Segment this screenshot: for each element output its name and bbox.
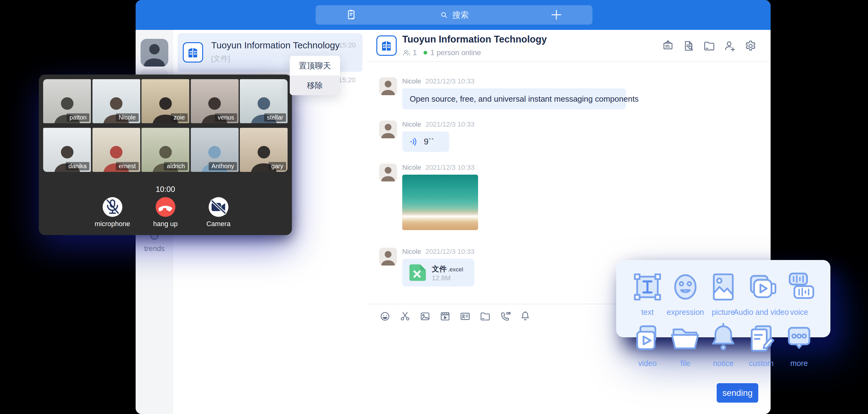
picture-icon — [704, 268, 742, 306]
panel-item-custom[interactable]: custom — [742, 319, 780, 368]
my-avatar[interactable] — [141, 39, 168, 67]
folder-icon[interactable] — [479, 311, 491, 322]
building-icon — [186, 45, 200, 59]
sender-avatar[interactable] — [379, 77, 397, 95]
video-icon — [628, 319, 666, 357]
panel-item-label: notice — [713, 359, 734, 368]
folder-icon[interactable] — [703, 39, 716, 52]
conversation-time: 15:20 — [338, 76, 355, 84]
bell-icon[interactable] — [519, 311, 531, 322]
doc-search-icon[interactable] — [682, 39, 695, 52]
voice-bubble[interactable]: 9`` — [402, 131, 449, 152]
gear-icon[interactable] — [744, 39, 757, 52]
file-ext: .excel — [448, 266, 463, 273]
more-icon — [780, 319, 818, 357]
send-button[interactable]: sending — [717, 383, 758, 403]
scissors-icon[interactable] — [399, 311, 411, 322]
text-bubble[interactable]: Open source, free, and universal instant… — [402, 88, 626, 109]
participant-name: ernest — [116, 162, 139, 170]
hang-up-button[interactable] — [156, 197, 176, 217]
call-timer: 10:00 — [39, 185, 292, 194]
file-name: 文件 — [432, 264, 447, 273]
hangup-icon — [156, 197, 176, 217]
panel-item-notice[interactable]: notice — [704, 319, 742, 368]
panel-item-text[interactable]: text — [628, 268, 666, 317]
participant-name: aldrich — [164, 162, 188, 170]
chat-title: Tuoyun Information Technology — [402, 34, 547, 45]
sender-name: Nicole — [402, 248, 421, 256]
message-time: 2021/12/3 10:33 — [425, 77, 474, 85]
microphone-button[interactable] — [103, 197, 122, 217]
video-tile: danika — [43, 128, 91, 172]
image-attachment[interactable] — [402, 174, 478, 230]
chat-subtitle: 1 1 person online — [402, 49, 481, 57]
emoji-icon[interactable] — [379, 311, 391, 322]
file-attachment[interactable]: 文件.excel 12.8M — [402, 259, 474, 286]
sender-avatar[interactable] — [379, 248, 397, 265]
online-status: 1 person online — [430, 49, 481, 57]
panel-item-label: voice — [790, 308, 808, 317]
Camera-button[interactable] — [209, 197, 228, 217]
chat-header: Tuoyun Information Technology 1 1 person… — [367, 30, 771, 62]
file-icon — [666, 319, 704, 357]
message-time: 2021/12/3 10:33 — [425, 121, 474, 128]
expression-icon — [666, 268, 704, 306]
member-count: 1 — [413, 49, 417, 57]
context-menu: 置顶聊天移除 — [290, 56, 340, 95]
search-icon — [439, 10, 449, 20]
sender-avatar[interactable] — [379, 121, 397, 138]
group-avatar[interactable] — [376, 35, 397, 56]
panel-item-label: text — [641, 308, 653, 317]
call-control-label: microphone — [95, 220, 130, 228]
video-tile: ernest — [92, 128, 140, 172]
conversation-last-message: [文件] — [211, 54, 230, 63]
participant-name: Anthony — [209, 162, 237, 170]
contact-card-icon[interactable] — [459, 311, 471, 322]
trends-label: trends — [135, 244, 173, 253]
participant-grid: pattonNicolezoievenusstellardanikaernest… — [43, 79, 287, 172]
video-tile: Nicole — [92, 79, 140, 123]
panel-item-expression[interactable]: expression — [666, 268, 704, 317]
image-icon[interactable] — [419, 311, 431, 322]
panel-item-file[interactable]: file — [666, 319, 704, 368]
voice-icon — [780, 268, 818, 306]
participant-name: zoie — [171, 114, 188, 122]
sender-avatar[interactable] — [379, 164, 397, 182]
panel-item-voice[interactable]: voice — [780, 268, 818, 317]
building-icon — [379, 38, 394, 53]
panel-item-audio-and-video[interactable]: Audio and video — [742, 268, 780, 317]
video-clapper-icon[interactable] — [439, 311, 451, 322]
board-icon[interactable] — [661, 39, 675, 52]
sender-name: Nicole — [402, 77, 421, 85]
top-bar: 搜索 — [135, 0, 771, 30]
call-control-label: hang up — [153, 220, 178, 228]
video-tile: aldrich — [142, 128, 189, 172]
conversation-title: Tuoyun Information Technology — [211, 40, 340, 51]
call-control: microphone — [94, 197, 131, 228]
context-menu-item[interactable]: 移除 — [290, 75, 340, 95]
person-add-icon[interactable] — [723, 39, 736, 52]
video-tile: zoie — [142, 79, 189, 123]
search-placeholder: 搜索 — [452, 9, 469, 21]
call-control: Camera — [200, 197, 237, 228]
participant-name: Nicole — [116, 114, 139, 122]
video-tile: venus — [191, 79, 239, 123]
participant-name: gary — [269, 162, 286, 170]
notice-icon — [704, 319, 742, 357]
file-size: 12.8M — [432, 274, 451, 282]
excel-file-icon — [408, 263, 428, 283]
panel-item-label: video — [638, 359, 657, 368]
add-icon[interactable] — [549, 8, 563, 22]
panel-item-video[interactable]: video — [628, 319, 666, 368]
call-control: hang up — [147, 197, 184, 228]
context-menu-item[interactable]: 置顶聊天 — [290, 56, 340, 75]
participant-name: venus — [215, 114, 237, 122]
sender-name: Nicole — [402, 121, 421, 128]
panel-item-label: file — [681, 359, 690, 368]
panel-item-more[interactable]: more — [780, 319, 818, 368]
video-tile: stellar — [240, 79, 287, 123]
panel-item-label: picture — [712, 308, 735, 317]
video-call-icon[interactable] — [499, 311, 511, 322]
search-bar[interactable]: 搜索 — [316, 5, 592, 25]
voice-duration: 9`` — [424, 137, 434, 147]
